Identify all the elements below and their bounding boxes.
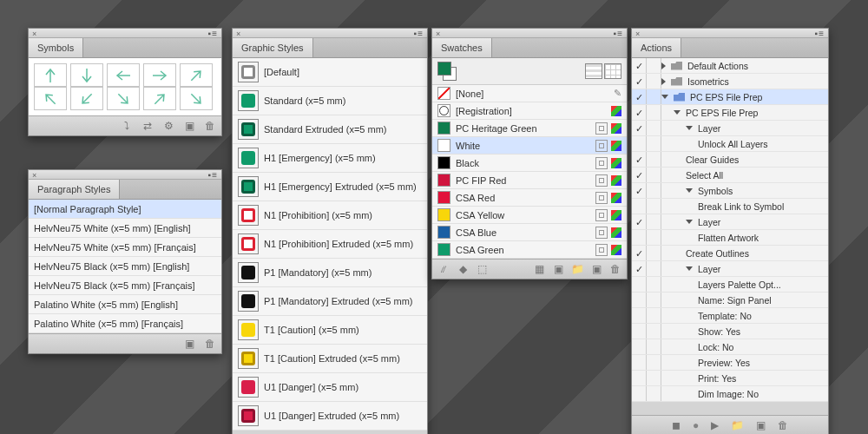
disclosure-triangle-icon[interactable] bbox=[686, 188, 693, 193]
toggle-checkbox[interactable] bbox=[632, 136, 647, 151]
graphic-style-row[interactable]: T1 [Caution] (x=5 mm) bbox=[233, 316, 427, 345]
action-row[interactable]: ✓Clear Guides bbox=[632, 152, 828, 168]
action-row[interactable]: ✓Layer bbox=[632, 121, 828, 136]
dialog-toggle[interactable] bbox=[647, 74, 661, 89]
swatch-row[interactable]: CSA Blue bbox=[432, 224, 627, 241]
symbol-thumbnail[interactable] bbox=[70, 63, 103, 87]
action-row[interactable]: Lock: No bbox=[632, 339, 828, 355]
panel-menu-icon[interactable]: ▪≡ bbox=[208, 170, 218, 180]
delete-icon[interactable]: 🗑 bbox=[204, 120, 216, 132]
new-symbol-icon[interactable]: ▣ bbox=[183, 120, 195, 132]
tab-graphic-styles[interactable]: Graphic Styles bbox=[233, 38, 313, 57]
graphic-style-row[interactable]: N1 [Prohibition] Extruded (x=5 mm) bbox=[233, 230, 427, 259]
close-icon[interactable]: × bbox=[436, 30, 440, 38]
disclosure-triangle-icon[interactable] bbox=[686, 126, 693, 130]
dialog-toggle[interactable] bbox=[647, 121, 661, 135]
panel-header[interactable]: × ▪≡ bbox=[29, 29, 221, 38]
symbol-thumbnail[interactable] bbox=[180, 63, 213, 87]
disclosure-triangle-icon[interactable] bbox=[686, 220, 693, 224]
toggle-checkbox[interactable]: ✓ bbox=[632, 168, 647, 182]
swatch-options-icon[interactable]: ⬚ bbox=[476, 263, 488, 275]
action-row[interactable]: ✓Isometrics bbox=[632, 74, 828, 89]
paragraph-style-row[interactable]: HelvNeu75 White (x=5 mm) [English] bbox=[29, 219, 221, 238]
toggle-checkbox[interactable]: ✓ bbox=[632, 74, 647, 89]
stop-icon[interactable]: ◼ bbox=[672, 419, 681, 431]
toggle-checkbox[interactable]: ✓ bbox=[632, 261, 647, 276]
dialog-toggle[interactable] bbox=[647, 293, 661, 307]
panel-menu-icon[interactable]: ▪≡ bbox=[208, 29, 218, 38]
panel-header[interactable]: × ▪≡ bbox=[233, 29, 427, 38]
action-row[interactable]: ✓Create Outlines bbox=[632, 246, 828, 261]
delete-icon[interactable]: 🗑 bbox=[609, 263, 621, 275]
action-row[interactable]: ✓Layer bbox=[632, 261, 828, 277]
panel-header[interactable]: × ▪≡ bbox=[432, 29, 627, 38]
toggle-checkbox[interactable]: ✓ bbox=[632, 121, 647, 135]
toggle-checkbox[interactable] bbox=[632, 339, 647, 354]
dialog-toggle[interactable] bbox=[647, 58, 661, 73]
graphic-style-row[interactable]: T1 [Caution] Extruded (x=5 mm) bbox=[233, 345, 427, 373]
panel-menu-icon[interactable]: ▪≡ bbox=[614, 29, 623, 38]
paragraph-style-row[interactable]: HelvNeu75 White (x=5 mm) [Français] bbox=[29, 238, 221, 257]
toggle-checkbox[interactable]: ✓ bbox=[632, 246, 647, 260]
action-row[interactable]: Break Link to Symbol bbox=[632, 199, 828, 214]
toggle-checkbox[interactable] bbox=[632, 308, 647, 323]
place-symbol-icon[interactable]: ⤵ bbox=[121, 120, 133, 132]
symbol-thumbnail[interactable] bbox=[34, 87, 67, 110]
panel-header[interactable]: × ▪≡ bbox=[632, 29, 828, 38]
dialog-toggle[interactable] bbox=[647, 386, 661, 401]
action-row[interactable]: Template: No bbox=[632, 308, 828, 324]
tab-actions[interactable]: Actions bbox=[632, 38, 681, 57]
toggle-checkbox[interactable] bbox=[632, 355, 647, 370]
action-row[interactable]: Show: Yes bbox=[632, 324, 828, 339]
action-row[interactable]: Unlock All Layers bbox=[632, 136, 828, 152]
swatch-row[interactable]: PC Heritage Green bbox=[432, 120, 627, 137]
dialog-toggle[interactable] bbox=[647, 371, 661, 385]
action-row[interactable]: Flatten Artwork bbox=[632, 230, 828, 246]
toggle-checkbox[interactable] bbox=[632, 386, 647, 401]
action-row[interactable]: ✓Default Actions bbox=[632, 58, 828, 74]
dialog-toggle[interactable] bbox=[647, 324, 661, 339]
action-row[interactable]: ✓PC EPS File Prep bbox=[632, 89, 828, 105]
graphic-style-row[interactable]: P1 [Mandatory] (x=5 mm) bbox=[233, 259, 427, 287]
dialog-toggle[interactable] bbox=[647, 308, 661, 323]
close-icon[interactable]: × bbox=[32, 171, 36, 180]
dialog-toggle[interactable] bbox=[647, 214, 661, 229]
dialog-toggle[interactable] bbox=[647, 277, 661, 292]
swatch-row[interactable]: CSA Red bbox=[432, 189, 627, 207]
symbol-thumbnail[interactable] bbox=[180, 87, 213, 110]
graphic-style-row[interactable]: U1 [Danger] (x=5 mm) bbox=[233, 373, 427, 402]
tab-swatches[interactable]: Swatches bbox=[432, 38, 492, 57]
disclosure-triangle-icon[interactable] bbox=[661, 95, 668, 99]
graphic-style-row[interactable]: Standard (x=5 mm) bbox=[233, 87, 427, 115]
color-group-icon[interactable]: ▦ bbox=[533, 263, 545, 275]
dialog-toggle[interactable] bbox=[647, 168, 661, 182]
symbol-thumbnail[interactable] bbox=[70, 87, 103, 110]
dialog-toggle[interactable] bbox=[647, 355, 661, 370]
toggle-checkbox[interactable]: ✓ bbox=[632, 105, 647, 120]
close-icon[interactable]: × bbox=[32, 30, 36, 38]
swatch-row[interactable]: PC FIP Red bbox=[432, 172, 627, 189]
panel-menu-icon[interactable]: ▪≡ bbox=[815, 29, 825, 38]
disclosure-triangle-icon[interactable] bbox=[674, 110, 681, 115]
action-row[interactable]: ✓Select All bbox=[632, 168, 828, 183]
graphic-style-row[interactable]: H1 [Emergency] (x=5 mm) bbox=[233, 144, 427, 173]
symbol-thumbnail[interactable] bbox=[34, 63, 67, 87]
dialog-toggle[interactable] bbox=[647, 246, 661, 260]
graphic-style-row[interactable]: H1 [Emergency] Extruded (x=5 mm) bbox=[233, 173, 427, 201]
swatch-row[interactable]: CSA Green bbox=[432, 241, 627, 259]
disclosure-triangle-icon[interactable] bbox=[661, 62, 666, 69]
dialog-toggle[interactable] bbox=[647, 152, 661, 167]
swatch-kinds-icon[interactable]: ◆ bbox=[457, 263, 469, 275]
action-row[interactable]: Dim Image: No bbox=[632, 386, 828, 402]
graphic-style-row[interactable]: [Default] bbox=[233, 58, 427, 87]
paragraph-style-row[interactable]: HelvNeu75 Black (x=5 mm) [Français] bbox=[29, 276, 221, 295]
swatch-row[interactable]: CSA Yellow bbox=[432, 207, 627, 224]
swatch-libraries-icon[interactable]: ⫽ bbox=[437, 263, 450, 275]
toggle-checkbox[interactable]: ✓ bbox=[632, 183, 647, 198]
dialog-toggle[interactable] bbox=[647, 89, 661, 104]
dialog-toggle[interactable] bbox=[647, 339, 661, 354]
new-group-icon[interactable]: ▣ bbox=[552, 263, 564, 275]
close-icon[interactable]: × bbox=[635, 30, 640, 38]
disclosure-triangle-icon[interactable] bbox=[661, 78, 666, 85]
toggle-checkbox[interactable] bbox=[632, 324, 647, 339]
